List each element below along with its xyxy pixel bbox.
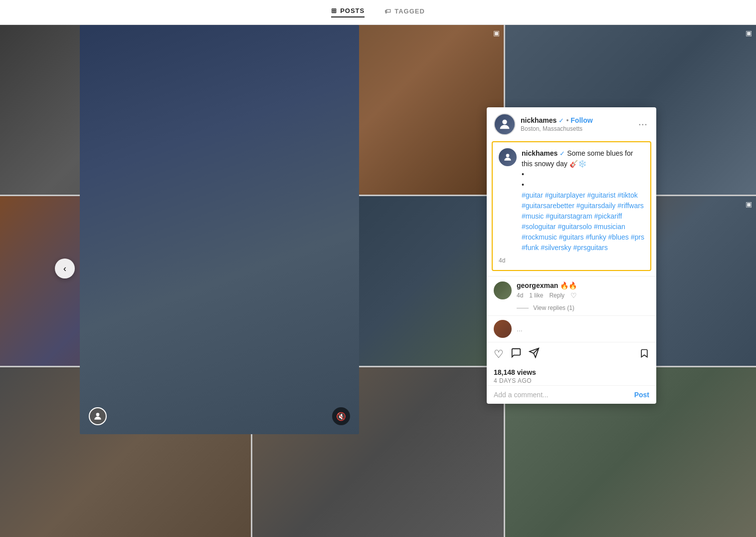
- stats-row: 18,148 views 4 DAYS AGO: [487, 366, 656, 385]
- view-replies-label: View replies (1): [533, 304, 574, 311]
- caption-time: 4d: [499, 257, 644, 264]
- verified-badge: ✓: [559, 117, 564, 124]
- action-row: ♡: [487, 342, 656, 366]
- video-icon-3: ▣: [746, 29, 752, 37]
- reply-content: georgexman 🔥🔥 4d 1 like Reply ♡: [517, 281, 649, 299]
- caption-verified: ✓: [560, 150, 565, 157]
- share-button[interactable]: [529, 347, 540, 361]
- partial-comment-text: ...: [517, 325, 523, 333]
- add-comment-row: Post: [487, 385, 656, 404]
- reply-text: georgexman 🔥🔥: [517, 281, 649, 289]
- partial-avatar[interactable]: [494, 320, 512, 338]
- reply-comment: georgexman 🔥🔥 4d 1 like Reply ♡: [487, 276, 656, 304]
- like-button[interactable]: ♡: [494, 348, 504, 361]
- header-info: nickhames ✓ • Follow Boston, Massachuset…: [521, 116, 631, 132]
- reply-username[interactable]: georgexman: [517, 281, 558, 289]
- reply-likes: 1 like: [529, 292, 543, 299]
- avatar[interactable]: [494, 113, 516, 135]
- mute-button[interactable]: 🔇: [332, 407, 350, 425]
- location: Boston, Massachusetts: [521, 125, 631, 132]
- reply-emojis: 🔥🔥: [560, 281, 577, 289]
- bullet2: •: [522, 181, 524, 189]
- previous-arrow[interactable]: ‹: [55, 259, 75, 278]
- posts-label: POSTS: [340, 7, 365, 14]
- hashtags: #guitar #guitarplayer #guitarist #tiktok…: [522, 191, 644, 252]
- post-comment-button[interactable]: Post: [634, 391, 649, 399]
- video-user-avatar[interactable]: [89, 407, 107, 425]
- svg-point-1: [502, 120, 507, 124]
- views-count: 18,148 views: [494, 368, 649, 376]
- bookmark-button[interactable]: [639, 348, 649, 361]
- username-row: nickhames ✓ • Follow: [521, 116, 631, 124]
- reply-time: 4d: [517, 292, 523, 299]
- card-header: nickhames ✓ • Follow Boston, Massachuset…: [487, 107, 656, 141]
- svg-point-2: [506, 154, 510, 157]
- follow-button[interactable]: Follow: [570, 116, 592, 124]
- left-chevron-icon: ‹: [63, 264, 66, 274]
- posts-tab[interactable]: ⊞ POSTS: [331, 7, 365, 17]
- partial-comment: ...: [487, 315, 656, 342]
- reply-meta: 4d 1 like Reply ♡: [517, 291, 649, 299]
- video-icon-2: ▣: [493, 29, 500, 37]
- tagged-tab[interactable]: 🏷 TAGGED: [384, 7, 425, 17]
- caption-avatar[interactable]: [499, 148, 517, 166]
- tagged-label: TAGGED: [394, 7, 425, 15]
- replies-line: [517, 308, 529, 308]
- more-options-button[interactable]: ···: [636, 118, 649, 131]
- main-video-player[interactable]: 🔇: [80, 25, 359, 434]
- tagged-icon: 🏷: [384, 7, 391, 15]
- reply-like-button[interactable]: ♡: [570, 291, 577, 299]
- days-ago: 4 DAYS AGO: [494, 377, 649, 384]
- caption-username[interactable]: nickhames: [522, 149, 558, 157]
- view-replies-button[interactable]: View replies (1): [487, 304, 656, 315]
- caption-row: nickhames ✓ Some some blues for this sno…: [499, 148, 644, 253]
- caption-text: nickhames ✓ Some some blues for this sno…: [522, 148, 644, 253]
- posts-icon: ⊞: [331, 7, 337, 14]
- svg-point-0: [96, 413, 100, 416]
- comment-input[interactable]: [494, 391, 630, 399]
- top-navigation: ⊞ POSTS 🏷 TAGGED: [0, 0, 756, 25]
- caption-comment: nickhames ✓ Some some blues for this sno…: [492, 141, 651, 271]
- reply-avatar[interactable]: [494, 281, 512, 299]
- reply-button[interactable]: Reply: [549, 292, 565, 299]
- username[interactable]: nickhames: [521, 116, 557, 124]
- video-icon-6: ▣: [746, 200, 752, 208]
- dot-separator: •: [566, 116, 568, 124]
- bullet1: •: [522, 170, 524, 178]
- comment-button[interactable]: [511, 347, 522, 361]
- post-card: nickhames ✓ • Follow Boston, Massachuset…: [487, 107, 656, 404]
